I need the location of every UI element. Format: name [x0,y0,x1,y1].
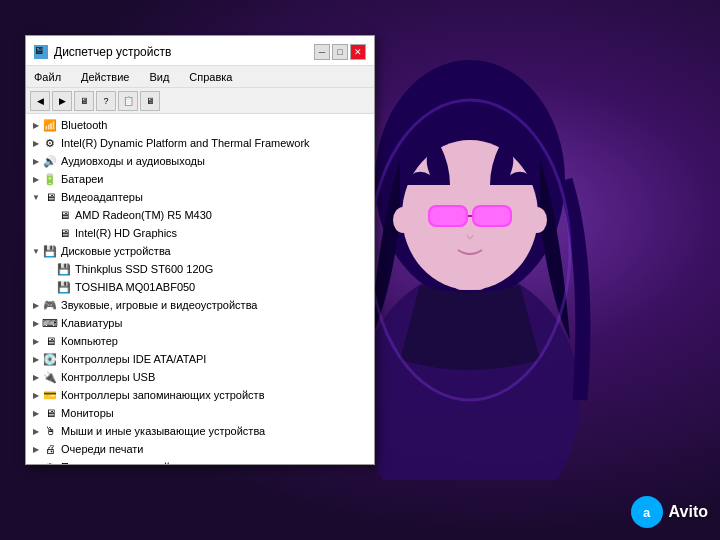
device-tree[interactable]: ▶📶Bluetooth▶⚙Intel(R) Dynamic Platform a… [26,114,374,464]
window-icon: 🖥 [34,45,48,59]
expand-icon[interactable]: ▶ [30,388,42,402]
item-icon: 🔋 [42,172,58,186]
item-label: Мониторы [61,407,114,419]
item-icon: 🖥 [42,406,58,420]
menu-help[interactable]: Справка [185,70,236,84]
tree-item[interactable]: ▶⚙Intel(R) Dynamic Platform and Thermal … [26,134,374,152]
item-label: Дисковые устройства [61,245,171,257]
expand-icon[interactable]: ▶ [30,352,42,366]
expand-icon[interactable]: ▶ [30,406,42,420]
item-label: Intel(R) HD Graphics [75,227,177,239]
item-label: TOSHIBA MQ01ABF050 [75,281,195,293]
device-manager-window: 🖥 Диспетчер устройств ─ □ ✕ Файл Действи… [25,35,375,465]
expand-icon[interactable]: ▶ [30,370,42,384]
item-icon: 💾 [56,280,72,294]
item-label: Очереди печати [61,443,144,455]
tree-item[interactable]: ▼💾Дисковые устройства [26,242,374,260]
tree-item[interactable]: ▶🖥Компьютер [26,332,374,350]
avito-logo-icon: a [631,496,663,528]
expand-icon[interactable]: ▶ [30,334,42,348]
expand-icon[interactable]: ▶ [30,298,42,312]
expand-icon[interactable]: ▶ [30,442,42,456]
avito-label: Avito [669,503,708,521]
tree-item[interactable]: ▶🖱Мыши и иные указывающие устройства [26,422,374,440]
tree-item[interactable]: ▶💽Контроллеры IDE ATA/ATAPI [26,350,374,368]
expand-icon[interactable]: ▼ [30,244,42,258]
item-icon: 🔌 [42,370,58,384]
expand-icon[interactable]: ▼ [30,190,42,204]
tree-item[interactable]: ▶💳Контроллеры запоминающих устройств [26,386,374,404]
item-icon: 💾 [56,262,72,276]
tree-item[interactable]: 🖥Intel(R) HD Graphics [26,224,374,242]
properties-button[interactable]: 📋 [118,91,138,111]
tree-item[interactable]: 🖥AMD Radeon(TM) R5 M430 [26,206,374,224]
item-icon: ⚙ [42,136,58,150]
tree-item[interactable]: 💾TOSHIBA MQ01ABF050 [26,278,374,296]
item-label: Батареи [61,173,104,185]
minimize-button[interactable]: ─ [314,44,330,60]
forward-button[interactable]: ▶ [52,91,72,111]
item-icon: 🖱 [42,424,58,438]
item-label: Контроллеры USB [61,371,155,383]
menu-bar: Файл Действие Вид Справка [26,66,374,88]
close-button[interactable]: ✕ [350,44,366,60]
expand-icon [44,280,56,294]
tree-item[interactable]: ▶🖥Мониторы [26,404,374,422]
item-icon: 💾 [42,244,58,258]
expand-icon[interactable]: ▶ [30,118,42,132]
menu-view[interactable]: Вид [145,70,173,84]
maximize-button[interactable]: □ [332,44,348,60]
svg-rect-7 [430,207,466,225]
item-label: Клавиатуры [61,317,122,329]
window-title: Диспетчер устройств [54,45,171,59]
item-label: Контроллеры IDE ATA/ATAPI [61,353,206,365]
avito-badge: a Avito [631,496,708,528]
expand-icon[interactable]: ▶ [30,424,42,438]
tree-item[interactable]: ▶🎮Звуковые, игровые и видеоустройства [26,296,374,314]
tree-item[interactable]: ▶🔊Аудиовходы и аудиовыходы [26,152,374,170]
item-icon: ⌨ [42,316,58,330]
item-icon: 🖥 [56,208,72,222]
item-label: Аудиовходы и аудиовыходы [61,155,205,167]
tree-item[interactable]: ▼🖥Видеоадаптеры [26,188,374,206]
expand-icon[interactable]: ▶ [30,172,42,186]
item-label: Мыши и иные указывающие устройства [61,425,265,437]
tree-item[interactable]: ▶📶Bluetooth [26,116,374,134]
item-icon: 🎮 [42,298,58,312]
window-controls: ─ □ ✕ [314,44,366,60]
computer-icon-btn[interactable]: 🖥 [74,91,94,111]
tree-item[interactable]: ▶⚙Программные устройства [26,458,374,464]
tree-item[interactable]: ▶⌨Клавиатуры [26,314,374,332]
back-button[interactable]: ◀ [30,91,50,111]
item-icon: 🔊 [42,154,58,168]
item-label: Intel(R) Dynamic Platform and Thermal Fr… [61,137,310,149]
item-label: Thinkplus SSD ST600 120G [75,263,213,275]
item-label: Компьютер [61,335,118,347]
svg-rect-8 [474,207,510,225]
svg-point-9 [393,207,413,233]
item-icon: 💽 [42,352,58,366]
tree-item[interactable]: ▶🔌Контроллеры USB [26,368,374,386]
item-icon: 📶 [42,118,58,132]
device-button[interactable]: 🖥 [140,91,160,111]
help-button[interactable]: ? [96,91,116,111]
menu-file[interactable]: Файл [30,70,65,84]
item-icon: 🖥 [56,226,72,240]
expand-icon[interactable]: ▶ [30,460,42,464]
item-icon: 🖥 [42,334,58,348]
item-label: Bluetooth [61,119,107,131]
item-icon: 🖥 [42,190,58,204]
item-icon: 🖨 [42,442,58,456]
menu-action[interactable]: Действие [77,70,133,84]
item-label: Видеоадаптеры [61,191,143,203]
item-icon: 💳 [42,388,58,402]
item-label: Контроллеры запоминающих устройств [61,389,264,401]
expand-icon[interactable]: ▶ [30,316,42,330]
expand-icon[interactable]: ▶ [30,154,42,168]
tree-item[interactable]: ▶🔋Батареи [26,170,374,188]
tree-item[interactable]: ▶🖨Очереди печати [26,440,374,458]
toolbar: ◀ ▶ 🖥 ? 📋 🖥 [26,88,374,114]
tree-item[interactable]: 💾Thinkplus SSD ST600 120G [26,260,374,278]
expand-icon[interactable]: ▶ [30,136,42,150]
expand-icon [44,226,56,240]
